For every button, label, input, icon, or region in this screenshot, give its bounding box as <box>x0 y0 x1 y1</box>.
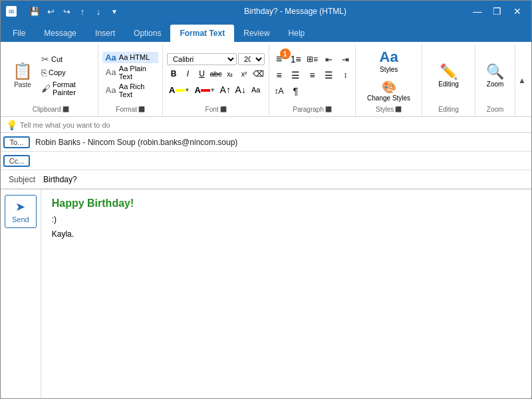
maximize-btn[interactable]: ❐ <box>489 3 506 20</box>
tab-insert[interactable]: Insert <box>86 25 124 42</box>
align-right-button[interactable]: ≡ <box>305 68 321 82</box>
styles-icon: Aa <box>380 49 398 66</box>
line-spacing-button[interactable]: ↕ <box>338 68 354 82</box>
highlight-dropdown-icon[interactable]: ▼ <box>185 87 190 93</box>
up-quick-btn[interactable]: ↑ <box>75 4 90 19</box>
editing-icon: ✏️ <box>440 63 458 80</box>
font-size-select[interactable]: 20 <box>238 53 265 65</box>
close-btn[interactable]: ✕ <box>509 3 526 20</box>
zoom-button[interactable]: 🔍 Zoom <box>481 61 509 90</box>
tab-message[interactable]: Message <box>35 25 86 42</box>
font-name-select[interactable]: Calibri <box>167 53 237 65</box>
ribbon-collapse-btn[interactable]: ▲ <box>515 45 529 116</box>
paragraph-group: ≡ 1 1≡ ⊞≡ ⇤ ⇥ ≡ ☰ <box>269 45 356 116</box>
multi-level-icon: ⊞≡ <box>307 55 318 64</box>
bullet-list-button[interactable]: ≡ 1 <box>271 52 287 66</box>
font-row1: Calibri 20 <box>167 53 265 65</box>
paragraph-group-label: Paragraph ⬛ <box>273 104 351 115</box>
format-group: Aa Aa HTML Aa Aa Plain Text Aa Aa Rich T… <box>98 45 163 116</box>
editing-button[interactable]: ✏️ Editing <box>433 61 464 90</box>
align-left-button[interactable]: ≡ <box>271 68 287 82</box>
plain-text-icon: Aa <box>105 67 116 77</box>
window-controls: — ❐ ✕ <box>469 3 526 20</box>
clipboard-expand-icon[interactable]: ⬛ <box>63 106 69 112</box>
font-color-button[interactable]: A ▼ <box>192 82 217 97</box>
more-quick-btn[interactable]: ▼ <box>107 4 122 19</box>
align-center-button[interactable]: ☰ <box>288 68 304 82</box>
bold-button[interactable]: B <box>167 66 180 81</box>
send-column: ➤ Send <box>1 190 41 398</box>
tab-format-text[interactable]: Format Text <box>170 25 234 42</box>
cut-button[interactable]: ✂ Cut <box>39 53 94 65</box>
copy-button[interactable]: ⎘ Copy <box>39 66 94 78</box>
undo-quick-btn[interactable]: ↩ <box>43 4 58 19</box>
email-body-main[interactable]: Happy Birthday! :) Kayla. <box>41 190 531 398</box>
window-title: Birthday? - Message (HTML) <box>244 7 346 16</box>
html-format-button[interactable]: Aa Aa HTML <box>102 52 158 63</box>
justify-button[interactable]: ☰ <box>321 68 337 82</box>
save-quick-btn[interactable]: 💾 <box>27 4 42 19</box>
subject-input[interactable] <box>41 174 531 186</box>
tab-options[interactable]: Options <box>124 25 170 42</box>
cc-button[interactable]: Cc... <box>3 155 30 167</box>
font-group-label: Font ⬛ <box>167 104 265 115</box>
send-button[interactable]: ➤ Send <box>5 195 37 228</box>
styles-expand-icon[interactable]: ⬛ <box>395 106 402 112</box>
styles-group-label: Styles ⬛ <box>360 104 418 115</box>
strikethrough-button[interactable]: abc <box>209 66 223 81</box>
decrease-font-btn[interactable]: A↓ <box>233 82 248 97</box>
format-group-label: Format ⬛ <box>102 104 158 115</box>
change-styles-button[interactable]: 🎨 Change Styles <box>362 77 416 104</box>
html-icon: Aa <box>105 53 116 63</box>
clear-format-button[interactable]: ⌫ <box>251 66 265 81</box>
styles-group-content: Aa Styles 🎨 Change Styles <box>362 46 416 104</box>
case-btn[interactable]: Aa <box>249 82 263 97</box>
tab-help[interactable]: Help <box>279 25 315 42</box>
italic-button[interactable]: I <box>181 66 194 81</box>
rich-text-button[interactable]: Aa Aa Rich Text <box>102 82 158 99</box>
minimize-btn[interactable]: — <box>469 3 486 20</box>
tab-file[interactable]: File <box>3 25 35 42</box>
para-controls: ≡ 1 1≡ ⊞≡ ⇤ ⇥ ≡ ☰ <box>271 52 354 98</box>
subscript-button[interactable]: x₂ <box>223 66 237 81</box>
sort-button[interactable]: ↕A <box>271 84 287 98</box>
increase-indent-button[interactable]: ⇥ <box>338 52 354 66</box>
app-icon: ✉ <box>6 6 17 17</box>
clipboard-sub-buttons: ✂ Cut ⎘ Copy 🖌 Format Painter <box>39 53 94 97</box>
cut-label: Cut <box>51 55 63 63</box>
para-row3: ↕A ¶ <box>271 84 354 98</box>
to-button[interactable]: To... <box>3 136 30 148</box>
format-painter-button[interactable]: 🖌 Format Painter <box>39 80 94 97</box>
smiley-text: :) <box>52 215 57 224</box>
down-quick-btn[interactable]: ↓ <box>91 4 106 19</box>
highlight-swatch <box>176 89 185 92</box>
plain-text-button[interactable]: Aa Aa Plain Text <box>102 64 158 81</box>
font-expand-icon[interactable]: ⬛ <box>220 106 227 112</box>
styles-button[interactable]: Aa Styles <box>374 46 404 76</box>
multi-level-list-button[interactable]: ⊞≡ <box>305 52 321 66</box>
copy-label: Copy <box>49 68 66 76</box>
ribbon-tab-bar: File Message Insert Options Format Text … <box>1 22 531 42</box>
styles-label: Styles <box>380 66 398 73</box>
body-line3: Kayla. <box>52 229 521 239</box>
paste-button[interactable]: 📋 Paste <box>7 61 38 90</box>
tab-review[interactable]: Review <box>234 25 279 42</box>
format-expand-icon[interactable]: ⬛ <box>138 106 145 112</box>
increase-font-btn[interactable]: A↑ <box>218 82 233 97</box>
styles-content: Aa Styles 🎨 Change Styles <box>362 46 416 104</box>
underline-button[interactable]: U <box>195 66 208 81</box>
redo-quick-btn[interactable]: ↪ <box>59 4 74 19</box>
change-styles-label: Change Styles <box>367 94 410 102</box>
decrease-indent-button[interactable]: ⇤ <box>321 52 337 66</box>
zoom-icon: 🔍 <box>486 63 504 80</box>
text-highlight-button[interactable]: A ▼ <box>167 82 192 97</box>
font-color-icon: A <box>194 85 200 95</box>
superscript-button[interactable]: x² <box>237 66 251 81</box>
font-color-dropdown-icon[interactable]: ▼ <box>210 87 215 93</box>
show-formatting-button[interactable]: ¶ <box>288 84 304 98</box>
zoom-label: Zoom <box>487 80 504 88</box>
tell-me-input[interactable] <box>20 121 153 129</box>
paragraph-expand-icon[interactable]: ⬛ <box>325 106 332 112</box>
font-color-swatch <box>201 89 210 92</box>
to-value: Robin Banks - Nincom Soup (robin.banks@n… <box>30 136 531 148</box>
